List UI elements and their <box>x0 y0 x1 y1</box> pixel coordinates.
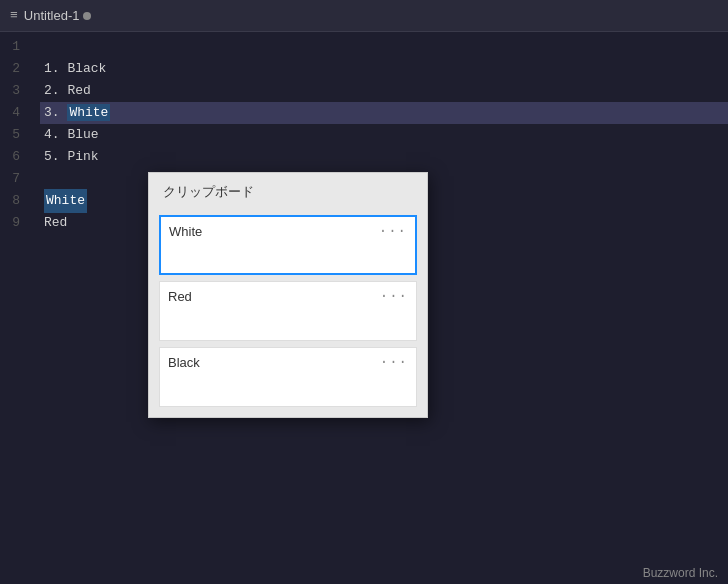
clipboard-items-list: White ··· Red ··· Black ··· <box>149 209 427 417</box>
editor-area: 1 2 3 4 5 6 7 8 9 1. Black 2. Red 3. Whi… <box>0 32 728 584</box>
clipboard-item-menu-0[interactable]: ··· <box>379 223 407 239</box>
line-number: 9 <box>0 212 30 234</box>
unsaved-dot <box>83 12 91 20</box>
line-number: 5 <box>0 124 30 146</box>
clipboard-item-menu-1[interactable]: ··· <box>380 288 408 304</box>
line-number: 6 <box>0 146 30 168</box>
clipboard-item-text-2: Black <box>168 355 200 370</box>
code-line-4: 3. White <box>40 102 728 124</box>
clipboard-item-menu-2[interactable]: ··· <box>380 354 408 370</box>
code-text: Red <box>44 212 67 234</box>
code-text: 4. Blue <box>44 124 99 146</box>
app-icon: ≡ <box>10 8 18 23</box>
line-number: 3 <box>0 80 30 102</box>
code-line-5: 4. Blue <box>40 124 728 146</box>
line-number: 7 <box>0 168 30 190</box>
clipboard-item-text-1: Red <box>168 289 192 304</box>
clipboard-item-1[interactable]: Red ··· <box>159 281 417 341</box>
line-number: 8 <box>0 190 30 212</box>
clipboard-item-text-0: White <box>169 224 202 239</box>
code-text: 2. Red <box>44 80 91 102</box>
code-text: 1. Black <box>44 58 106 80</box>
selected-text: White <box>67 104 110 121</box>
line-number: 2 <box>0 58 30 80</box>
code-line-3: 2. Red <box>40 80 728 102</box>
clipboard-popup: クリップボード White ··· Red ··· Black ··· <box>148 172 428 418</box>
title-bar: ≡ Untitled-1 <box>0 0 728 32</box>
clipboard-title: クリップボード <box>149 173 427 209</box>
code-line-1 <box>40 36 728 58</box>
line-numbers: 1 2 3 4 5 6 7 8 9 <box>0 32 40 584</box>
selected-text: White <box>44 189 87 213</box>
brand-label: Buzzword Inc. <box>643 566 718 580</box>
line-number: 4 <box>0 102 30 124</box>
code-text: 5. Pink <box>44 146 99 168</box>
clipboard-item-2[interactable]: Black ··· <box>159 347 417 407</box>
status-bar: Buzzword Inc. <box>633 562 728 584</box>
tab-title[interactable]: Untitled-1 <box>24 8 80 23</box>
clipboard-item-0[interactable]: White ··· <box>159 215 417 275</box>
code-text: 3. White <box>44 102 110 124</box>
code-line-6: 5. Pink <box>40 146 728 168</box>
line-number: 1 <box>0 36 30 58</box>
code-line-2: 1. Black <box>40 58 728 80</box>
